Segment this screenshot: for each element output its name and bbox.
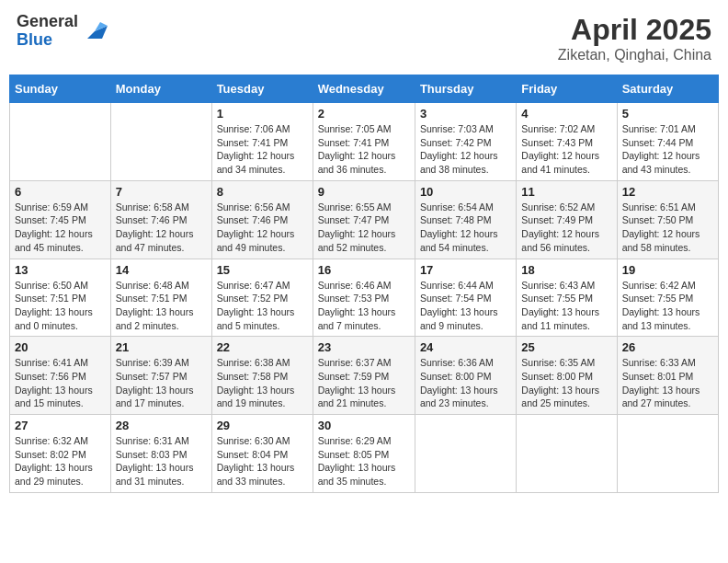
- calendar-cell: 8Sunrise: 6:56 AM Sunset: 7:46 PM Daylig…: [211, 180, 313, 259]
- day-info: Sunrise: 7:06 AM Sunset: 7:41 PM Dayligh…: [217, 122, 308, 177]
- calendar-cell: 23Sunrise: 6:37 AM Sunset: 7:59 PM Dayli…: [313, 337, 415, 415]
- day-number: 23: [318, 340, 410, 354]
- day-info: Sunrise: 6:37 AM Sunset: 7:59 PM Dayligh…: [318, 356, 410, 410]
- calendar-cell: 11Sunrise: 6:52 AM Sunset: 7:49 PM Dayli…: [517, 180, 617, 259]
- weekday-header-sunday: Sunday: [10, 75, 111, 103]
- day-info: Sunrise: 7:02 AM Sunset: 7:43 PM Dayligh…: [521, 122, 611, 177]
- logo-blue-text: Blue: [17, 30, 52, 49]
- calendar-cell: 7Sunrise: 6:58 AM Sunset: 7:46 PM Daylig…: [110, 180, 211, 259]
- calendar-cell: [617, 415, 718, 493]
- day-number: 1: [217, 107, 308, 121]
- day-info: Sunrise: 6:59 AM Sunset: 7:45 PM Dayligh…: [15, 201, 106, 255]
- calendar-cell: [517, 415, 617, 493]
- day-number: 30: [318, 419, 410, 432]
- logo-general-text: General: [17, 12, 78, 30]
- weekday-header-wednesday: Wednesday: [313, 75, 415, 103]
- day-info: Sunrise: 6:44 AM Sunset: 7:54 PM Dayligh…: [420, 279, 511, 333]
- day-info: Sunrise: 6:47 AM Sunset: 7:52 PM Dayligh…: [217, 279, 308, 333]
- day-info: Sunrise: 6:38 AM Sunset: 7:58 PM Dayligh…: [217, 356, 308, 410]
- weekday-header-row: SundayMondayTuesdayWednesdayThursdayFrid…: [10, 75, 719, 103]
- day-info: Sunrise: 6:33 AM Sunset: 8:01 PM Dayligh…: [622, 356, 713, 410]
- calendar-cell: 27Sunrise: 6:32 AM Sunset: 8:02 PM Dayli…: [10, 415, 111, 493]
- day-number: 22: [217, 340, 308, 354]
- calendar-cell: 16Sunrise: 6:46 AM Sunset: 7:53 PM Dayli…: [313, 259, 415, 337]
- calendar-week-row: 13Sunrise: 6:50 AM Sunset: 7:51 PM Dayli…: [10, 259, 719, 337]
- calendar-cell: 6Sunrise: 6:59 AM Sunset: 7:45 PM Daylig…: [10, 180, 111, 259]
- day-info: Sunrise: 6:51 AM Sunset: 7:50 PM Dayligh…: [622, 201, 713, 255]
- calendar-table: SundayMondayTuesdayWednesdayThursdayFrid…: [9, 75, 719, 493]
- calendar-cell: 5Sunrise: 7:01 AM Sunset: 7:44 PM Daylig…: [617, 103, 718, 181]
- day-number: 13: [15, 263, 106, 277]
- weekday-header-friday: Friday: [517, 75, 617, 103]
- calendar-cell: 4Sunrise: 7:02 AM Sunset: 7:43 PM Daylig…: [517, 103, 617, 181]
- day-info: Sunrise: 6:50 AM Sunset: 7:51 PM Dayligh…: [15, 279, 106, 333]
- day-info: Sunrise: 6:55 AM Sunset: 7:47 PM Dayligh…: [318, 201, 410, 255]
- day-info: Sunrise: 6:43 AM Sunset: 7:55 PM Dayligh…: [521, 279, 611, 333]
- day-number: 18: [521, 263, 611, 277]
- day-number: 8: [217, 185, 308, 199]
- day-info: Sunrise: 6:30 AM Sunset: 8:04 PM Dayligh…: [217, 434, 308, 488]
- day-info: Sunrise: 6:46 AM Sunset: 7:53 PM Dayligh…: [318, 279, 410, 333]
- calendar-cell: 2Sunrise: 7:05 AM Sunset: 7:41 PM Daylig…: [313, 103, 415, 181]
- day-info: Sunrise: 7:03 AM Sunset: 7:42 PM Dayligh…: [420, 122, 511, 177]
- day-number: 9: [318, 185, 410, 199]
- day-info: Sunrise: 6:48 AM Sunset: 7:51 PM Dayligh…: [116, 279, 207, 333]
- day-number: 17: [420, 263, 511, 277]
- day-number: 24: [420, 340, 511, 354]
- calendar-cell: 29Sunrise: 6:30 AM Sunset: 8:04 PM Dayli…: [211, 415, 313, 493]
- calendar-cell: 20Sunrise: 6:41 AM Sunset: 7:56 PM Dayli…: [10, 337, 111, 415]
- day-number: 10: [420, 185, 511, 199]
- calendar-cell: [10, 103, 111, 181]
- calendar-cell: 9Sunrise: 6:55 AM Sunset: 7:47 PM Daylig…: [313, 180, 415, 259]
- weekday-header-saturday: Saturday: [617, 75, 718, 103]
- calendar-cell: 19Sunrise: 6:42 AM Sunset: 7:55 PM Dayli…: [617, 259, 718, 337]
- title-area: April 2025 Ziketan, Qinghai, China: [558, 13, 711, 63]
- calendar-cell: 24Sunrise: 6:36 AM Sunset: 8:00 PM Dayli…: [415, 337, 516, 415]
- day-info: Sunrise: 6:31 AM Sunset: 8:03 PM Dayligh…: [116, 434, 207, 488]
- day-info: Sunrise: 6:56 AM Sunset: 7:46 PM Dayligh…: [217, 201, 308, 255]
- day-info: Sunrise: 6:29 AM Sunset: 8:05 PM Dayligh…: [318, 434, 410, 488]
- day-info: Sunrise: 6:58 AM Sunset: 7:46 PM Dayligh…: [116, 201, 207, 255]
- day-info: Sunrise: 6:35 AM Sunset: 8:00 PM Dayligh…: [521, 356, 611, 410]
- day-number: 3: [420, 107, 511, 121]
- calendar-cell: 26Sunrise: 6:33 AM Sunset: 8:01 PM Dayli…: [617, 337, 718, 415]
- calendar-cell: 18Sunrise: 6:43 AM Sunset: 7:55 PM Dayli…: [517, 259, 617, 337]
- calendar-cell: 17Sunrise: 6:44 AM Sunset: 7:54 PM Dayli…: [415, 259, 516, 337]
- calendar-cell: 12Sunrise: 6:51 AM Sunset: 7:50 PM Dayli…: [617, 180, 718, 259]
- day-number: 2: [318, 107, 410, 121]
- calendar-cell: 1Sunrise: 7:06 AM Sunset: 7:41 PM Daylig…: [211, 103, 313, 181]
- location-title: Ziketan, Qinghai, China: [558, 47, 711, 63]
- page-header: General Blue April 2025 Ziketan, Qinghai…: [9, 9, 719, 67]
- calendar-cell: 28Sunrise: 6:31 AM Sunset: 8:03 PM Dayli…: [110, 415, 211, 493]
- calendar-cell: 14Sunrise: 6:48 AM Sunset: 7:51 PM Dayli…: [110, 259, 211, 337]
- day-number: 7: [116, 185, 207, 199]
- weekday-header-thursday: Thursday: [415, 75, 516, 103]
- month-title: April 2025: [558, 13, 711, 47]
- weekday-header-monday: Monday: [110, 75, 211, 103]
- calendar-cell: 15Sunrise: 6:47 AM Sunset: 7:52 PM Dayli…: [211, 259, 313, 337]
- day-info: Sunrise: 6:54 AM Sunset: 7:48 PM Dayligh…: [420, 201, 511, 255]
- day-info: Sunrise: 6:32 AM Sunset: 8:02 PM Dayligh…: [15, 434, 106, 488]
- day-info: Sunrise: 7:01 AM Sunset: 7:44 PM Dayligh…: [622, 122, 713, 177]
- day-number: 21: [116, 340, 207, 354]
- day-number: 14: [116, 263, 207, 277]
- day-number: 6: [15, 185, 106, 199]
- calendar-week-row: 27Sunrise: 6:32 AM Sunset: 8:02 PM Dayli…: [10, 415, 719, 493]
- calendar-cell: 3Sunrise: 7:03 AM Sunset: 7:42 PM Daylig…: [415, 103, 516, 181]
- calendar-cell: [415, 415, 516, 493]
- calendar-cell: 21Sunrise: 6:39 AM Sunset: 7:57 PM Dayli…: [110, 337, 211, 415]
- calendar-cell: 25Sunrise: 6:35 AM Sunset: 8:00 PM Dayli…: [517, 337, 617, 415]
- logo-icon: [82, 18, 108, 44]
- weekday-header-tuesday: Tuesday: [211, 75, 313, 103]
- calendar-cell: 30Sunrise: 6:29 AM Sunset: 8:05 PM Dayli…: [313, 415, 415, 493]
- calendar-cell: 13Sunrise: 6:50 AM Sunset: 7:51 PM Dayli…: [10, 259, 111, 337]
- day-number: 29: [217, 419, 308, 432]
- day-number: 12: [622, 185, 713, 199]
- day-number: 11: [521, 185, 611, 199]
- day-info: Sunrise: 6:36 AM Sunset: 8:00 PM Dayligh…: [420, 356, 511, 410]
- day-number: 16: [318, 263, 410, 277]
- day-info: Sunrise: 6:42 AM Sunset: 7:55 PM Dayligh…: [622, 279, 713, 333]
- day-info: Sunrise: 7:05 AM Sunset: 7:41 PM Dayligh…: [318, 122, 410, 177]
- day-number: 25: [521, 340, 611, 354]
- day-number: 19: [622, 263, 713, 277]
